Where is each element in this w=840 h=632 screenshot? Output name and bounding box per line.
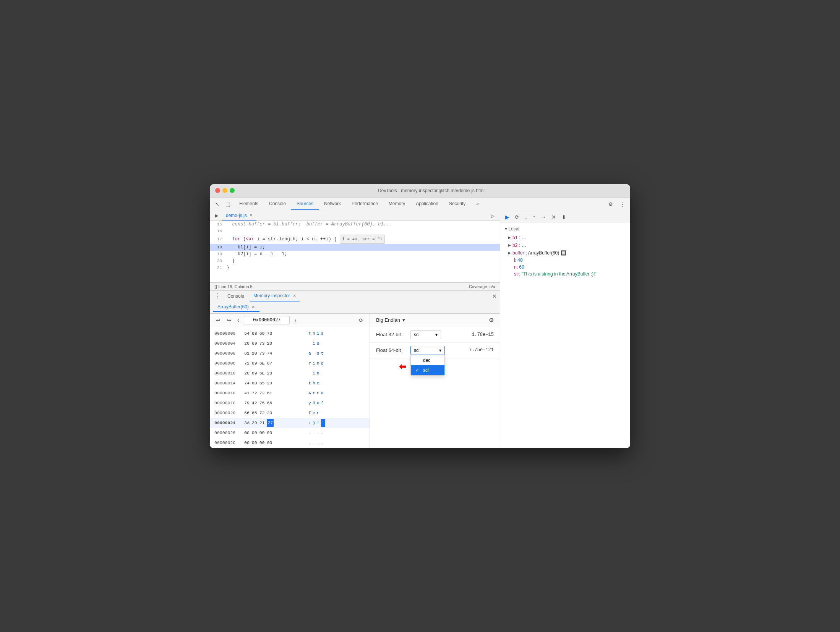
tab-memory-inspector[interactable]: Memory Inspector ✕ (250, 291, 300, 301)
float64-row: Float 64-bit sci ▾ de (370, 343, 500, 358)
devtools-toolbar: ↖ ⬚ Elements Console Sources Network Per… (210, 198, 630, 211)
endian-select[interactable]: Big Endian ▾ (376, 317, 405, 323)
traffic-lights (215, 188, 235, 193)
resume-button[interactable]: ▶ (503, 213, 511, 221)
hex-row-11: 0000002C 00 00 00 00 . . (210, 438, 370, 448)
tab-console[interactable]: Console (264, 198, 291, 210)
arraybuffer-tab-label: ArrayBuffer(60) (217, 304, 249, 310)
deactivate-button[interactable]: ✕ (550, 213, 558, 221)
dropdown-option-sci[interactable]: ✓ sci (411, 365, 444, 375)
data-panel-toolbar: Big Endian ▾ ⚙ (370, 314, 500, 327)
source-position: {} Line 18, Column 5 (214, 284, 253, 289)
hex-row-4: 00000010 20 69 6E 20 i (210, 368, 370, 378)
step-over-button[interactable]: ↓ (523, 213, 529, 221)
debug-toolbar: ▶ ⟳ ↓ ↑ → ✕ ⏸ (500, 211, 630, 223)
source-line-19: 19 b2[i] = n - i - 1; (210, 251, 500, 258)
nav-prev-button[interactable]: ‹ (236, 316, 241, 324)
tab-bar: Elements Console Sources Network Perform… (234, 198, 484, 211)
tab-overflow[interactable]: » (471, 198, 484, 210)
format-icon[interactable]: ▷ (489, 212, 497, 220)
settings-icon[interactable]: ⚙ (606, 200, 615, 209)
b2-key: b2 (512, 243, 517, 248)
hex-row-1: 00000004 20 69 73 20 i (210, 339, 370, 348)
refresh-button[interactable]: ⟳ (357, 316, 365, 324)
memory-inspector-close[interactable]: ✕ (293, 293, 296, 298)
memory-content: ↩ ↪ ‹ › ⟳ 00000000 54 (210, 314, 500, 448)
file-tab-close[interactable]: ✕ (249, 213, 253, 218)
title-bar: DevTools - memory-inspector.glitch.me/de… (210, 184, 630, 198)
source-file-tab-bar: ▶ demo-js.js ✕ ▷ (210, 211, 500, 221)
close-bottom-panel[interactable]: ✕ (492, 293, 497, 299)
step-into-button[interactable]: ↑ (531, 213, 537, 221)
b1-key: b1 (512, 235, 517, 240)
debug-right-panel: ▶ ⟳ ↓ ↑ → ✕ ⏸ ▾ Local ▶ b1: … ▶ (500, 211, 630, 448)
debug-scope: ▾ Local ▶ b1: … ▶ b2: … ▶ buffer: ArrayB… (500, 223, 630, 280)
sci-label: sci (423, 368, 429, 373)
buffer-triangle: ▶ (508, 251, 511, 255)
tab-application[interactable]: Application (410, 198, 444, 210)
toolbar-icons: ⚙ ⋮ (606, 200, 627, 209)
tab-elements[interactable]: Elements (234, 198, 264, 210)
dec-label: dec (423, 358, 430, 363)
scope-header: ▾ Local (505, 226, 626, 232)
arraybuffer-tab[interactable]: ArrayBuffer(60) ✕ (213, 303, 259, 312)
source-line-18: 18 b1[i] = i; (210, 244, 500, 251)
float32-format-select[interactable]: sci ▾ (410, 330, 441, 339)
file-tab[interactable]: demo-js.js ✕ (222, 211, 256, 220)
tab-sources[interactable]: Sources (291, 198, 319, 210)
hex-toolbar: ↩ ↪ ‹ › ⟳ (210, 314, 370, 327)
pause-button[interactable]: ⟳ (513, 213, 521, 221)
float32-label: Float 32-bit (376, 332, 410, 337)
tab-memory[interactable]: Memory (383, 198, 410, 210)
endian-dropdown-icon: ▾ (402, 317, 405, 323)
data-panel-settings[interactable]: ⚙ (489, 317, 494, 324)
memory-inspector: ArrayBuffer(60) ✕ ↩ ↪ ‹ › ⟳ (210, 301, 500, 448)
float32-value: 1.78e-15 (472, 332, 494, 337)
scope-str: str: "This is a string in the ArrayBuffe… (505, 271, 626, 277)
data-interpretation-panel: Big Endian ▾ ⚙ Float 32-bit sci ▾ (370, 314, 500, 448)
memory-tab-bar: ArrayBuffer(60) ✕ (210, 301, 500, 314)
source-code-area[interactable]: 15 const buffer = b1.buffer; buffer = Ar… (210, 221, 500, 282)
panel-menu-icon[interactable]: ⋮ (213, 291, 222, 301)
hex-row-9: 00000024 3A 29 21 27 : ) (210, 418, 370, 428)
float64-label: Float 64-bit (376, 346, 410, 353)
close-button[interactable] (215, 188, 220, 193)
scope-n: n: 60 (505, 264, 626, 271)
window-title: DevTools - memory-inspector.glitch.me/de… (238, 188, 625, 193)
float64-format-arrow: ▾ (439, 348, 441, 353)
minimize-button[interactable] (222, 188, 227, 193)
debug-panel: ▶ ⟳ ↓ ↑ → ✕ ⏸ ▾ Local ▶ b1: … ▶ (500, 211, 630, 448)
nav-back-button[interactable]: ↩ (214, 316, 222, 324)
buffer-key: buffer (512, 250, 524, 256)
hex-row-10: 00000028 00 00 00 00 . . (210, 428, 370, 438)
scope-b1[interactable]: ▶ b1: … (505, 234, 626, 241)
scope-buffer[interactable]: ▶ buffer: ArrayBuffer(60) 🔲 (505, 249, 626, 257)
pause-exceptions-button[interactable]: ⏸ (559, 213, 569, 221)
b2-triangle: ▶ (508, 243, 511, 247)
tab-security[interactable]: Security (444, 198, 471, 210)
scope-b2[interactable]: ▶ b2: … (505, 241, 626, 249)
address-input[interactable] (244, 316, 290, 324)
tab-console-bottom[interactable]: Console (223, 291, 249, 301)
more-options-icon[interactable]: ⋮ (618, 200, 627, 209)
run-icon[interactable]: ▶ (213, 212, 221, 220)
step-out-button[interactable]: → (539, 213, 548, 221)
b1-triangle: ▶ (508, 235, 511, 240)
scope-i: i: 40 (505, 257, 626, 264)
maximize-button[interactable] (230, 188, 235, 193)
float64-format-container: sci ▾ dec ✓ (410, 346, 445, 355)
nav-next-button[interactable]: › (293, 316, 298, 324)
tab-network[interactable]: Network (319, 198, 346, 210)
nav-forward-button[interactable]: ↪ (225, 316, 233, 324)
float64-format-label: sci (414, 348, 420, 353)
hex-row-0: 00000000 54 68 69 73 T h (210, 329, 370, 339)
hex-row-6: 00000018 41 72 72 61 A r (210, 388, 370, 398)
arraybuffer-tab-close[interactable]: ✕ (251, 305, 255, 309)
inspect-icon[interactable]: ⬚ (223, 200, 232, 209)
float64-format-select[interactable]: sci ▾ (410, 346, 445, 355)
dropdown-option-dec[interactable]: dec (411, 355, 444, 365)
source-footer: {} Line 18, Column 5 Coverage: n/a (210, 282, 500, 290)
format-dropdown-menu: dec ✓ sci (410, 355, 445, 376)
tab-performance[interactable]: Performance (346, 198, 383, 210)
cursor-icon[interactable]: ↖ (213, 200, 222, 209)
